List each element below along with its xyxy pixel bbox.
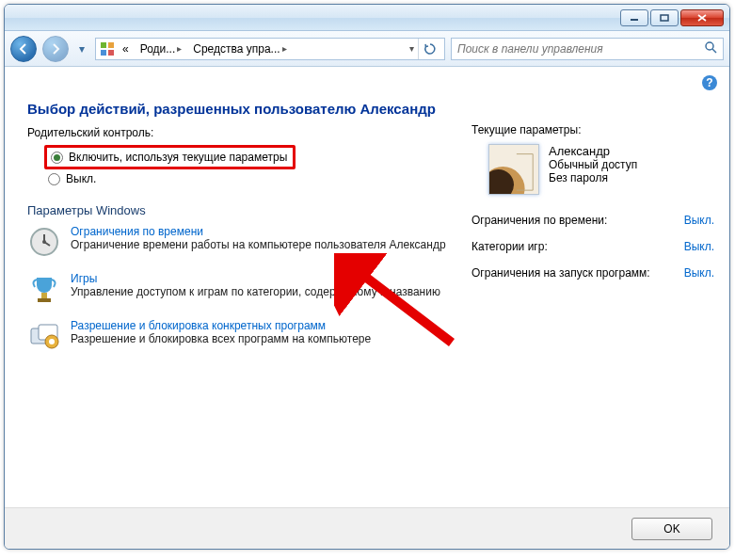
breadcrumb-prefix[interactable]: « xyxy=(119,42,133,56)
svg-rect-12 xyxy=(38,298,51,302)
user-name: Александр xyxy=(549,144,637,158)
ok-button[interactable]: OK xyxy=(631,518,712,540)
breadcrumb-2[interactable]: Средства упра...▸ xyxy=(189,42,290,56)
maximize-button[interactable] xyxy=(650,9,679,26)
address-bar[interactable]: « Роди...▸ Средства упра...▸ ▾ xyxy=(95,38,445,60)
radio-on-row[interactable]: Включить, используя текущие параметры xyxy=(44,145,296,169)
history-dropdown[interactable]: ▾ xyxy=(74,38,89,60)
trophy-icon xyxy=(27,272,61,306)
category-icon xyxy=(100,41,115,56)
svg-point-16 xyxy=(49,339,55,344)
status-games-label: Категории игр: xyxy=(471,240,667,253)
page-title: Выбор действий, разрешенных пользователю… xyxy=(27,101,453,117)
windows-params-header: Параметры Windows xyxy=(27,203,453,217)
status-time-label: Ограничения по времени: xyxy=(471,214,667,227)
user-role: Обычный доступ xyxy=(549,158,637,171)
breadcrumb-overflow[interactable]: ▾ xyxy=(409,43,414,54)
svg-rect-4 xyxy=(101,50,106,56)
svg-rect-2 xyxy=(101,42,106,48)
search-icon[interactable] xyxy=(704,40,717,56)
radio-off[interactable] xyxy=(48,173,60,185)
search-input[interactable] xyxy=(457,42,700,56)
time-link[interactable]: Ограничения по времени xyxy=(71,225,446,238)
radio-on[interactable] xyxy=(51,152,63,164)
status-apps-label: Ограничения на запуск программ: xyxy=(471,266,667,280)
svg-text:?: ? xyxy=(706,76,712,89)
time-desc: Ограничение времени работы на компьютере… xyxy=(71,238,446,251)
search-bar[interactable] xyxy=(451,38,724,60)
user-card: Александр Обычный доступ Без пароля xyxy=(488,144,714,195)
apps-desc: Разрешение и блокировка всех программ на… xyxy=(71,332,371,345)
apps-link[interactable]: Разрешение и блокировка конкретных прогр… xyxy=(71,319,371,332)
status-time-value[interactable]: Выкл. xyxy=(684,214,714,227)
svg-rect-3 xyxy=(108,42,114,48)
window: ▾ « Роди...▸ Средства упра...▸ ▾ ? Выбор… xyxy=(4,4,730,550)
forward-button[interactable] xyxy=(42,36,69,62)
breadcrumb-1[interactable]: Роди...▸ xyxy=(136,42,186,56)
close-button[interactable] xyxy=(680,9,724,26)
minimize-button[interactable] xyxy=(620,9,648,26)
radio-off-row[interactable]: Выкл. xyxy=(44,169,453,188)
refresh-button[interactable] xyxy=(418,39,440,59)
back-button[interactable] xyxy=(10,36,37,62)
games-link[interactable]: Игры xyxy=(71,272,440,285)
content: ? Выбор действий, разрешенных пользовате… xyxy=(5,67,729,507)
option-time: Ограничения по времени Ограничение време… xyxy=(27,225,453,259)
status-games-value[interactable]: Выкл. xyxy=(684,240,714,253)
user-avatar xyxy=(488,144,539,195)
svg-rect-0 xyxy=(631,19,638,21)
navbar: ▾ « Роди...▸ Средства упра...▸ ▾ xyxy=(5,31,729,67)
titlebar xyxy=(5,5,729,31)
svg-rect-5 xyxy=(108,50,114,56)
parental-control-label: Родительский контроль: xyxy=(27,126,453,139)
footer: OK xyxy=(5,507,729,549)
apps-icon xyxy=(27,319,61,353)
svg-rect-1 xyxy=(661,15,668,21)
option-games: Игры Управление доступом к играм по кате… xyxy=(27,272,453,306)
svg-point-6 xyxy=(706,42,713,50)
radio-on-label: Включить, используя текущие параметры xyxy=(69,151,287,164)
games-desc: Управление доступом к играм по категории… xyxy=(71,285,440,298)
clock-icon xyxy=(27,225,61,259)
user-password: Без пароля xyxy=(549,171,637,184)
svg-rect-11 xyxy=(41,293,47,298)
radio-off-label: Выкл. xyxy=(66,172,96,185)
svg-point-10 xyxy=(42,240,46,244)
help-icon[interactable]: ? xyxy=(701,74,718,91)
status-apps-value[interactable]: Выкл. xyxy=(684,266,714,280)
current-settings-label: Текущие параметры: xyxy=(471,123,714,136)
option-apps: Разрешение и блокировка конкретных прогр… xyxy=(27,319,453,353)
